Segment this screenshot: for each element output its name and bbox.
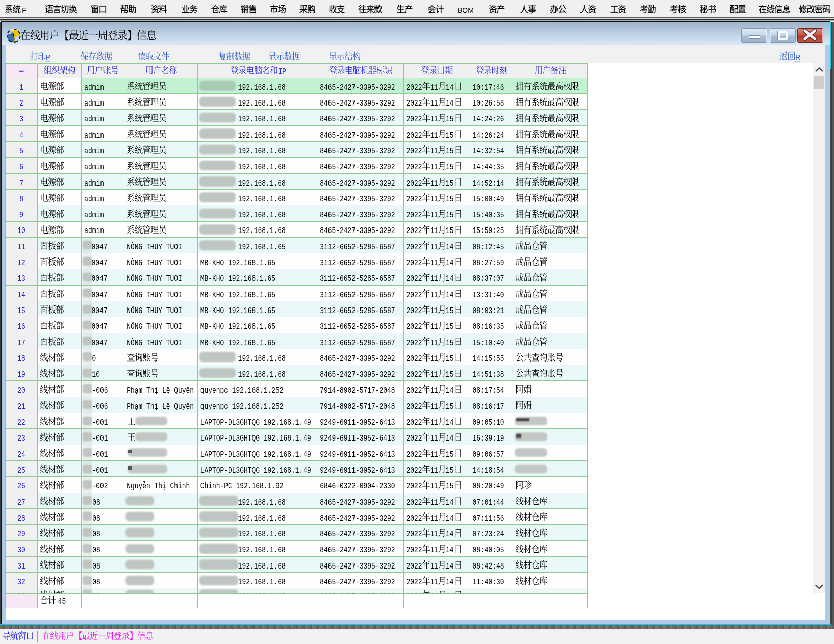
svg-text:-001: -001 bbox=[92, 418, 108, 427]
svg-text:9: 9 bbox=[19, 210, 23, 220]
svg-text:0047: 0047 bbox=[91, 306, 107, 316]
svg-text:192.168.1.68: 192.168.1.68 bbox=[238, 131, 286, 140]
svg-text:28: 28 bbox=[17, 513, 26, 523]
svg-text:2022: 2022 bbox=[407, 194, 422, 204]
svg-text:9249-6911-3952-6413: 9249-6911-3952-6413 bbox=[320, 418, 395, 427]
svg-text:2022: 2022 bbox=[407, 450, 422, 459]
svg-text:7: 7 bbox=[19, 178, 23, 188]
svg-text:LAPTOP-DL3GHTQG 192.168.1.49: LAPTOP-DL3GHTQG 192.168.1.49 bbox=[200, 466, 311, 475]
svg-text:14: 14 bbox=[446, 98, 454, 108]
svg-text:2022: 2022 bbox=[407, 338, 422, 348]
svg-text:15: 15 bbox=[446, 481, 454, 491]
svg-text:R: R bbox=[795, 53, 800, 61]
svg-text:2022: 2022 bbox=[407, 162, 422, 172]
svg-text:3112-6652-5285-6587: 3112-6652-5285-6587 bbox=[320, 242, 395, 252]
svg-text:08: 08 bbox=[92, 513, 100, 523]
svg-text:MB-KHO 192.168.1.65: MB-KHO 192.168.1.65 bbox=[200, 290, 275, 300]
svg-text:08: 08 bbox=[92, 561, 100, 571]
svg-text:8465-2427-3395-3292: 8465-2427-3395-3292 bbox=[320, 194, 395, 204]
svg-text:08:27:59: 08:27:59 bbox=[473, 258, 504, 268]
svg-text:15: 15 bbox=[446, 131, 454, 140]
svg-text:09:06:57: 09:06:57 bbox=[473, 450, 504, 459]
svg-text:admin: admin bbox=[84, 162, 104, 172]
svg-text:2022: 2022 bbox=[407, 242, 422, 252]
svg-text:2022: 2022 bbox=[407, 498, 422, 507]
svg-text:15:40:35: 15:40:35 bbox=[473, 210, 504, 220]
svg-text:23: 23 bbox=[17, 433, 26, 443]
svg-text:11: 11 bbox=[430, 322, 438, 331]
svg-text:13:31:40: 13:31:40 bbox=[473, 290, 504, 300]
svg-text:2022: 2022 bbox=[407, 591, 422, 601]
svg-text:15: 15 bbox=[17, 306, 26, 316]
svg-text:2022: 2022 bbox=[407, 466, 422, 475]
svg-text:11: 11 bbox=[430, 402, 438, 411]
svg-text:08: 08 bbox=[92, 529, 100, 539]
svg-text:quyenpc 192.168.1.252: quyenpc 192.168.1.252 bbox=[200, 402, 284, 411]
svg-text:10:17:46: 10:17:46 bbox=[473, 83, 504, 92]
svg-text:11: 11 bbox=[430, 418, 438, 427]
svg-text:08: 08 bbox=[92, 545, 100, 555]
svg-text:8465-2427-3395-3292: 8465-2427-3395-3292 bbox=[320, 577, 395, 587]
svg-text:0047: 0047 bbox=[91, 322, 107, 331]
svg-text:8465-2427-3395-3292: 8465-2427-3395-3292 bbox=[320, 83, 395, 92]
svg-text:P: P bbox=[46, 53, 50, 61]
svg-text:11: 11 bbox=[430, 354, 438, 364]
svg-text:F: F bbox=[22, 6, 27, 14]
svg-text:8465-2427-3395-3292: 8465-2427-3395-3292 bbox=[320, 591, 395, 601]
svg-text:9249-6911-3952-6413: 9249-6911-3952-6413 bbox=[320, 466, 395, 475]
svg-text:08:37:07: 08:37:07 bbox=[473, 274, 504, 284]
svg-text:IP: IP bbox=[279, 67, 287, 76]
svg-text:3112-6652-5285-6587: 3112-6652-5285-6587 bbox=[320, 306, 395, 316]
svg-text:Phạm Thị Lệ Quyên: Phạm Thị Lệ Quyên bbox=[127, 385, 194, 395]
svg-text:-006: -006 bbox=[92, 402, 108, 411]
svg-text:quyenpc 192.168.1.252: quyenpc 192.168.1.252 bbox=[200, 385, 284, 395]
svg-text:192.168.1.68: 192.168.1.68 bbox=[238, 162, 286, 172]
svg-text:3112-6652-5285-6587: 3112-6652-5285-6587 bbox=[320, 274, 395, 284]
svg-text:NÔNG THUY TUOI: NÔNG THUY TUOI bbox=[127, 258, 182, 268]
svg-text:11: 11 bbox=[430, 162, 438, 172]
svg-text:11: 11 bbox=[430, 385, 438, 395]
svg-text:11: 11 bbox=[430, 591, 438, 601]
svg-text:11: 11 bbox=[430, 98, 438, 108]
svg-text:11: 11 bbox=[17, 242, 26, 252]
svg-text:11: 11 bbox=[430, 194, 438, 204]
svg-text:11: 11 bbox=[430, 290, 438, 300]
svg-text:15: 15 bbox=[446, 178, 454, 188]
svg-text:31: 31 bbox=[17, 561, 26, 571]
svg-text:admin: admin bbox=[84, 131, 104, 140]
svg-text:8465-2427-3395-3292: 8465-2427-3395-3292 bbox=[320, 146, 395, 156]
svg-text:9249-6911-3952-6413: 9249-6911-3952-6413 bbox=[320, 433, 395, 443]
svg-text:192.168.1.68: 192.168.1.68 bbox=[238, 83, 286, 92]
svg-text:14: 14 bbox=[446, 545, 454, 555]
svg-text:10: 10 bbox=[92, 370, 100, 379]
svg-text:15: 15 bbox=[446, 162, 454, 172]
svg-text:11: 11 bbox=[430, 306, 438, 316]
svg-text:15: 15 bbox=[446, 338, 454, 348]
svg-text:07:11:56: 07:11:56 bbox=[473, 513, 504, 523]
svg-text:14: 14 bbox=[446, 561, 454, 571]
svg-text:11: 11 bbox=[430, 178, 438, 188]
svg-text:09:05:10: 09:05:10 bbox=[473, 418, 504, 427]
svg-text:2022: 2022 bbox=[407, 83, 422, 92]
svg-text:14: 14 bbox=[446, 433, 454, 443]
svg-text:8: 8 bbox=[19, 194, 23, 204]
svg-text:08:42:48: 08:42:48 bbox=[473, 561, 504, 571]
svg-text:19: 19 bbox=[17, 370, 26, 379]
svg-text:11: 11 bbox=[430, 481, 438, 491]
svg-text:NÔNG THUY TUOI: NÔNG THUY TUOI bbox=[127, 306, 182, 316]
svg-text:14:18:54: 14:18:54 bbox=[473, 466, 504, 475]
svg-text:2022: 2022 bbox=[407, 545, 422, 555]
svg-text:14:15:55: 14:15:55 bbox=[473, 354, 504, 364]
svg-text:8465-2427-3395-3292: 8465-2427-3395-3292 bbox=[320, 354, 395, 364]
svg-text:11: 11 bbox=[430, 433, 438, 443]
svg-text:8465-2427-3395-3292: 8465-2427-3395-3292 bbox=[320, 162, 395, 172]
svg-text:admin: admin bbox=[84, 146, 104, 156]
svg-text:MB-KHO 192.168.1.65: MB-KHO 192.168.1.65 bbox=[200, 338, 275, 348]
svg-text:08: 08 bbox=[92, 498, 100, 507]
svg-text:MB-KHO 192.168.1.65: MB-KHO 192.168.1.65 bbox=[200, 258, 275, 268]
svg-text:2022: 2022 bbox=[407, 577, 422, 587]
svg-text:2022: 2022 bbox=[407, 418, 422, 427]
svg-text:3112-6652-5285-6587: 3112-6652-5285-6587 bbox=[320, 322, 395, 331]
svg-text:11: 11 bbox=[430, 450, 438, 459]
svg-text:2022: 2022 bbox=[407, 385, 422, 395]
